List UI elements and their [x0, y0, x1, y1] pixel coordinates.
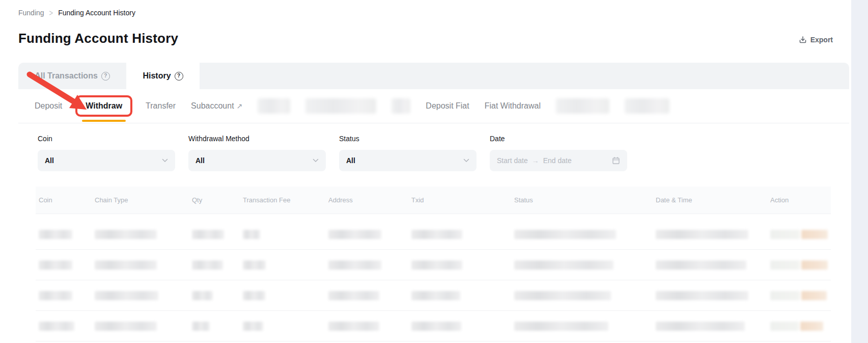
redacted-action-button[interactable] [800, 322, 823, 331]
date-range-picker[interactable]: Start date → End date [490, 150, 627, 171]
calendar-icon[interactable] [612, 156, 620, 165]
redacted-value [192, 322, 210, 331]
table-cell [514, 322, 656, 331]
redacted-action-button[interactable] [801, 291, 827, 300]
redacted-value [243, 291, 265, 300]
redacted-value [514, 322, 608, 331]
tab-bar: All Transactions ? History ? [18, 63, 849, 89]
chevron-right-icon: > [49, 8, 53, 17]
filter-date: Date Start date → End date [490, 135, 627, 187]
breadcrumb: Funding > Funding Account History [18, 9, 135, 17]
coin-select[interactable]: All [38, 150, 175, 171]
table-cell [243, 322, 328, 331]
filter-status: Status All [339, 135, 477, 187]
table-body [36, 219, 831, 341]
table-row[interactable] [36, 311, 831, 341]
table-row[interactable] [36, 250, 831, 280]
redacted-value [770, 230, 800, 239]
tab-all-transactions[interactable]: All Transactions ? [18, 63, 126, 89]
tab-history[interactable]: History ? [126, 63, 200, 89]
filter-withdrawal-method: Withdrawal Method All [188, 135, 326, 187]
subtab-fiat-withdrawal[interactable]: Fiat Withdrawal [485, 101, 541, 111]
external-link-icon: ↗ [237, 102, 243, 110]
subtab-label: Deposit Fiat [426, 101, 469, 111]
redacted-value [411, 260, 462, 270]
table-cell [656, 230, 770, 239]
table-cell [39, 322, 95, 331]
withdrawal-method-filter-label: Withdrawal Method [188, 135, 326, 143]
subtab-label: Transfer [146, 101, 176, 111]
download-icon [799, 36, 807, 44]
redacted-value [192, 291, 213, 300]
redacted-value [770, 322, 799, 331]
subtab-subaccount[interactable]: Subaccount↗ [191, 101, 242, 111]
redacted-value [95, 291, 158, 300]
table-cell [656, 322, 770, 331]
subtab-deposit[interactable]: Deposit [35, 101, 62, 111]
help-icon[interactable]: ? [101, 72, 110, 81]
column-header-status: Status [514, 196, 656, 204]
table-cell [95, 291, 192, 300]
withdraw-history-table: CoinChain TypeQtyTransaction FeeAddressT… [36, 187, 831, 341]
coin-select-value: All [45, 156, 54, 165]
subtab-transfer[interactable]: Transfer [146, 101, 176, 111]
withdrawal-method-select[interactable]: All [188, 150, 326, 171]
redacted-value [514, 230, 616, 239]
redacted-value [95, 230, 157, 239]
redacted-value [656, 260, 746, 270]
redacted-value [39, 322, 74, 331]
action-cell [770, 230, 831, 239]
start-date-placeholder[interactable]: Start date [497, 156, 528, 165]
table-cell [95, 230, 192, 239]
table-cell [95, 260, 192, 270]
status-select[interactable]: All [339, 150, 477, 171]
redacted-value [39, 291, 72, 300]
table-cell [328, 322, 411, 331]
action-cell [770, 322, 831, 331]
table-cell [39, 291, 95, 300]
tab-all-transactions-label: All Transactions [35, 71, 98, 81]
export-button[interactable]: Export [799, 36, 833, 44]
column-header-address: Address [328, 196, 411, 204]
table-cell [95, 322, 192, 331]
column-header-chain-type: Chain Type [95, 196, 192, 204]
table-row[interactable] [36, 219, 831, 250]
redacted-value [514, 260, 613, 270]
table-cell [514, 260, 656, 270]
active-subtab-underline [82, 120, 126, 122]
redacted-value [411, 291, 460, 300]
export-label: Export [810, 36, 833, 44]
table-cell [656, 291, 770, 300]
end-date-placeholder[interactable]: End date [543, 156, 572, 165]
table-cell [411, 260, 514, 270]
redacted-value [95, 322, 157, 331]
column-header-coin: Coin [39, 196, 95, 204]
table-cell [328, 230, 411, 239]
redacted-value [656, 230, 748, 239]
redacted-value [95, 260, 157, 270]
subtab-label: Subaccount [191, 101, 234, 111]
column-header-action: Action [770, 196, 831, 204]
subtab-redacted[interactable] [258, 98, 290, 114]
redacted-value [514, 291, 611, 300]
subtab-withdraw[interactable]: Withdraw [86, 101, 122, 111]
coin-filter-label: Coin [38, 135, 175, 143]
table-cell [243, 291, 328, 300]
help-icon[interactable]: ? [175, 72, 183, 81]
subtab-redacted[interactable] [305, 98, 376, 114]
table-cell [39, 230, 95, 239]
redacted-value [328, 322, 379, 331]
subtab-redacted[interactable] [625, 98, 669, 114]
subtab-redacted[interactable] [391, 98, 410, 114]
subtab-deposit-fiat[interactable]: Deposit Fiat [426, 101, 469, 111]
breadcrumb-funding[interactable]: Funding [18, 9, 44, 17]
table-row[interactable] [36, 280, 831, 311]
table-cell [192, 230, 243, 239]
redacted-value [328, 260, 381, 270]
redacted-action-button[interactable] [801, 230, 828, 239]
redacted-value [656, 291, 748, 300]
table-cell [411, 322, 514, 331]
redacted-action-button[interactable] [801, 260, 828, 270]
action-cell [770, 260, 831, 270]
subtab-redacted[interactable] [556, 98, 609, 114]
